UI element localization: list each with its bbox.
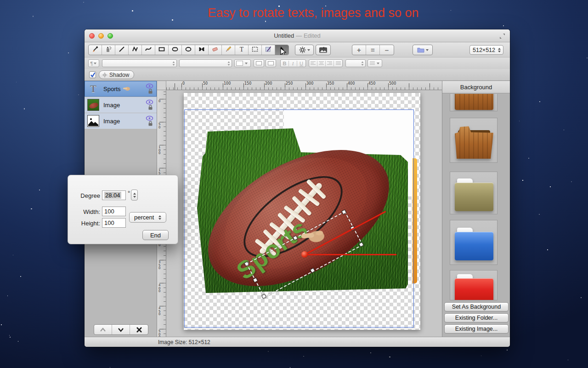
tool-line[interactable]	[115, 45, 129, 55]
canvas-scroll-area[interactable]: Sports	[166, 90, 442, 337]
background-folder-wood-open[interactable]	[450, 118, 498, 163]
align-center-button[interactable]	[317, 61, 326, 66]
tool-magic-wand[interactable]	[262, 45, 275, 55]
star	[18, 341, 18, 341]
star	[522, 180, 523, 180]
stroke-color-well[interactable]	[266, 59, 276, 67]
existing-image-button[interactable]: Existing Image...	[444, 324, 509, 334]
font-size-dropdown[interactable]	[179, 59, 232, 67]
rotation-base-line	[305, 254, 396, 255]
underline-button[interactable]: U	[297, 61, 305, 66]
fill-color-well[interactable]	[254, 59, 264, 67]
eyedropper-icon	[91, 46, 99, 55]
layer-lock-toggle[interactable]	[148, 104, 153, 112]
tool-ellipse[interactable]	[182, 45, 195, 55]
image-layer-thumbnail	[87, 115, 99, 127]
height-field[interactable]: 100	[102, 218, 126, 228]
traffic-lights	[89, 33, 113, 39]
folder-style-dropdown[interactable]	[413, 45, 433, 55]
tool-arrow[interactable]	[275, 45, 288, 55]
degree-stepper[interactable]	[131, 190, 138, 201]
tool-polyline[interactable]	[129, 45, 142, 55]
width-field[interactable]: 100	[102, 207, 126, 216]
italic-button[interactable]: I	[289, 61, 297, 66]
existing-folder-button[interactable]: Existing Folder...	[444, 313, 509, 322]
background-folder-olive[interactable]	[450, 172, 498, 214]
end-button[interactable]: End	[142, 230, 169, 240]
horizontal-ruler: 050100150200250300350400450500	[166, 81, 442, 90]
title-bar[interactable]: Untitled— Edited	[85, 29, 510, 42]
background-folder-red[interactable]	[450, 270, 498, 300]
image-size-label: Image Size: 512×512	[158, 339, 210, 345]
font-family-dropdown[interactable]	[102, 59, 177, 67]
zoom-button[interactable]	[107, 33, 113, 39]
layer-lock-toggle[interactable]	[148, 87, 153, 96]
degree-field[interactable]: 28.04	[102, 190, 126, 200]
tool-butterfly[interactable]	[195, 45, 209, 55]
width-label: Width:	[72, 208, 100, 215]
close-button[interactable]	[89, 33, 95, 39]
tool-curve[interactable]	[142, 45, 155, 55]
zoom-in-button[interactable]: +	[352, 45, 366, 55]
fullscreen-icon[interactable]	[499, 33, 505, 41]
shadow-button[interactable]: Shadow	[99, 70, 134, 79]
tool-text[interactable]: T	[235, 45, 249, 55]
zoom-out-button[interactable]: –	[380, 45, 394, 55]
export-image-button[interactable]	[316, 45, 331, 55]
folder-icon	[417, 47, 424, 53]
butterfly-icon	[198, 46, 205, 55]
tool-marquee[interactable]	[249, 45, 262, 55]
set-as-background-button[interactable]: Set As Background	[444, 302, 509, 311]
star	[265, 21, 266, 22]
tool-rectangle[interactable]	[155, 45, 169, 55]
background-folder-blue[interactable]	[450, 220, 498, 265]
list-style-dropdown[interactable]	[368, 59, 382, 67]
star	[20, 276, 21, 277]
hand-cursor-icon	[300, 227, 326, 247]
unit-dropdown[interactable]: percent	[129, 212, 166, 223]
tool-eyedropper[interactable]	[89, 45, 102, 55]
delete-layer-button[interactable]	[130, 325, 148, 334]
bold-button[interactable]: B	[281, 61, 289, 66]
layer-lock-toggle[interactable]	[148, 120, 153, 128]
selection-handle[interactable]	[293, 236, 298, 241]
gear-menu-button[interactable]	[295, 45, 314, 55]
minimize-button[interactable]	[98, 33, 104, 39]
h-ruler-label: 400	[348, 81, 355, 86]
color-dropdown[interactable]	[234, 59, 251, 67]
folder-icon	[455, 94, 493, 110]
chevron-up-icon	[100, 328, 106, 332]
star	[110, 367, 111, 368]
background-folder-wood[interactable]	[450, 94, 498, 111]
star	[9, 335, 10, 335]
shadow-checkbox[interactable]	[89, 71, 96, 78]
align-right-button[interactable]	[326, 61, 334, 66]
paragraph-style-dropdown[interactable]: ¶	[88, 59, 99, 67]
align-justify-button[interactable]	[334, 61, 342, 66]
spacing-stepper[interactable]	[345, 59, 366, 67]
format-bar: ¶ B I U	[85, 57, 510, 69]
rotation-pivot-dot[interactable]	[301, 251, 308, 258]
tool-eraser[interactable]	[209, 45, 222, 55]
star	[132, 10, 133, 12]
star	[581, 297, 582, 298]
move-layer-up-button[interactable]	[94, 325, 112, 334]
star	[16, 82, 17, 82]
canvas[interactable]: Sports	[184, 93, 420, 330]
layer-row-sports-0[interactable]: TSports	[85, 81, 157, 97]
height-label: Height:	[72, 220, 100, 227]
align-left-button[interactable]	[309, 61, 317, 66]
pencil-icon	[225, 46, 232, 55]
canvas-size-stepper[interactable]: 512×512	[469, 45, 503, 55]
star	[268, 351, 269, 352]
move-layer-down-button[interactable]	[112, 325, 130, 334]
tool-rounded-rectangle[interactable]	[169, 45, 182, 55]
zoom-actual-button[interactable]: =	[366, 45, 380, 55]
layer-row-image-2[interactable]: Image	[85, 113, 157, 129]
layer-name: Sports	[103, 86, 121, 92]
stepper-arrows-icon[interactable]	[498, 48, 501, 52]
tool-spray[interactable]	[102, 45, 115, 55]
layer-row-image-1[interactable]: Image	[85, 97, 157, 113]
v-ruler-label: 5 0	[158, 123, 160, 129]
tool-pencil[interactable]	[222, 45, 235, 55]
